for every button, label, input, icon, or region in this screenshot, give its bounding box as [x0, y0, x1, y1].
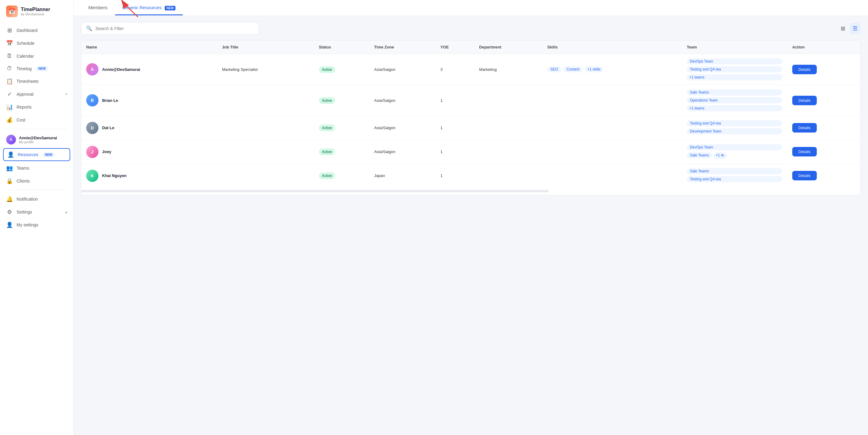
- user-profile[interactable]: A Annie@DevSamurai My profile: [0, 132, 73, 148]
- search-input-wrap[interactable]: 🔍: [81, 22, 259, 35]
- generic-resources-badge: NEW: [165, 6, 176, 10]
- approval-chevron: ▾: [65, 92, 67, 96]
- sidebar-item-teams[interactable]: 👥 Teams: [0, 162, 73, 175]
- cell-timezone-joey: Asia/Saigon: [369, 140, 436, 164]
- teams-icon: 👥: [6, 165, 13, 172]
- cell-teams-annie: DevOps Team Testing and QA tea +1 teams: [682, 54, 787, 85]
- sidebar-item-timesheets[interactable]: 📋 Timesheets: [0, 75, 73, 88]
- view-toggle: ⊞ ☰: [837, 23, 861, 34]
- col-status: Status: [314, 40, 369, 54]
- cell-jobtitle-khai: [217, 164, 314, 188]
- cell-skills-joey: [542, 140, 682, 164]
- resource-table: Name Job Title Status Time Zone YOE Depa…: [81, 40, 861, 195]
- skill-tag: SEO: [547, 66, 561, 72]
- cell-timezone-annie: Asia/Saigon: [369, 54, 436, 85]
- cell-yoe-dat: 1: [436, 116, 474, 140]
- cell-timezone-khai: Japan: [369, 164, 436, 188]
- table-row: D Dat Le Active Asia/Saigon 1: [81, 116, 860, 140]
- col-department: Department: [474, 40, 542, 54]
- col-timezone: Time Zone: [369, 40, 436, 54]
- details-button-joey[interactable]: Details: [792, 147, 817, 156]
- search-icon: 🔍: [86, 26, 92, 31]
- dashboard-icon: ⊞: [6, 27, 13, 34]
- sidebar-item-approval[interactable]: ✓ Approval ▾: [0, 88, 73, 101]
- cell-name-annie: A Annie@DevSamurai: [81, 54, 217, 85]
- sidebar-item-resources[interactable]: 👤 Resources NEW: [3, 148, 70, 161]
- sidebar-logo: 📅 TimePlanner by DevSamurai: [0, 0, 73, 22]
- cell-jobtitle-annie: Marketing Specialist: [217, 54, 314, 85]
- approval-icon: ✓: [6, 91, 13, 98]
- user-name: Annie@DevSamurai: [19, 135, 57, 140]
- cell-name-khai: K Khai Nguyen: [81, 164, 217, 188]
- cell-department-joey: [474, 140, 542, 164]
- logo-text: TimePlanner by DevSamurai: [21, 7, 50, 16]
- details-button-brian[interactable]: Details: [792, 96, 817, 105]
- sidebar-item-reports[interactable]: 📊 Reports: [0, 101, 73, 114]
- cell-timezone-brian: Asia/Saigon: [369, 85, 436, 116]
- main-area: Members Generic Resources NEW 🔍 ⊞ ☰: [73, 0, 868, 435]
- sidebar-item-calendar[interactable]: 🗓 Calendar: [0, 50, 73, 62]
- team-tag: Testing and QA tea: [687, 120, 782, 126]
- team-more: +1 teams: [687, 74, 782, 81]
- cell-action-dat: Details: [787, 116, 860, 140]
- timelog-icon: ⏱: [6, 65, 13, 72]
- tab-members[interactable]: Members: [81, 1, 115, 15]
- settings-chevron: ▴: [65, 210, 67, 214]
- sidebar-label-timelog: Timelog: [17, 66, 32, 71]
- sidebar-item-schedule[interactable]: 📅 Schedule: [0, 37, 73, 50]
- timesheets-icon: 📋: [6, 78, 13, 85]
- list-view-button[interactable]: ☰: [849, 23, 861, 34]
- cell-department-annie: Marketing: [474, 54, 542, 85]
- grid-view-button[interactable]: ⊞: [837, 23, 848, 34]
- avatar-annie: A: [86, 63, 98, 75]
- team-tag: Sale Teams: [687, 152, 712, 158]
- details-button-khai[interactable]: Details: [792, 171, 817, 180]
- sidebar: 📅 TimePlanner by DevSamurai ⊞ Dashboard …: [0, 0, 73, 435]
- team-tag: Development Team: [687, 128, 782, 134]
- horizontal-scrollbar[interactable]: [81, 190, 549, 192]
- sidebar-item-cost[interactable]: 💰 Cost: [0, 114, 73, 126]
- cell-department-brian: [474, 85, 542, 116]
- sidebar-item-clients[interactable]: 🔒 Clients: [0, 175, 73, 187]
- cell-status-khai: Active: [314, 164, 369, 188]
- sidebar-item-notification[interactable]: 🔔 Notification: [0, 193, 73, 206]
- sidebar-item-dashboard[interactable]: ⊞ Dashboard: [0, 24, 73, 37]
- resources-icon: 👤: [7, 151, 14, 158]
- cell-skills-dat: [542, 116, 682, 140]
- cell-skills-brian: [542, 85, 682, 116]
- avatar-khai: K: [86, 169, 98, 182]
- cell-timezone-dat: Asia/Saigon: [369, 116, 436, 140]
- table-header-row: Name Job Title Status Time Zone YOE Depa…: [81, 40, 860, 54]
- cell-department-khai: [474, 164, 542, 188]
- cell-action-brian: Details: [787, 85, 860, 116]
- search-input[interactable]: [95, 26, 254, 31]
- team-tag: Testing and QA tea: [687, 66, 782, 72]
- schedule-icon: 📅: [6, 40, 13, 46]
- notification-icon: 🔔: [6, 196, 13, 203]
- cell-status-annie: Active: [314, 54, 369, 85]
- col-team: Team: [682, 40, 787, 54]
- sidebar-item-timelog[interactable]: ⏱ Timelog NEW: [0, 62, 73, 75]
- cell-jobtitle-dat: [217, 116, 314, 140]
- status-badge: Active: [319, 97, 335, 104]
- details-button-dat[interactable]: Details: [792, 123, 817, 132]
- team-tag: DevOps Team: [687, 58, 782, 64]
- team-tag: Testing and QA tea: [687, 176, 782, 182]
- sidebar-label-approval: Approval: [17, 92, 33, 97]
- clients-icon: 🔒: [6, 178, 13, 184]
- cell-skills-khai: [542, 164, 682, 188]
- app-name: TimePlanner: [21, 7, 50, 12]
- details-button-annie[interactable]: Details: [792, 65, 817, 74]
- status-badge: Active: [319, 149, 335, 155]
- team-tag: DevOps Team: [687, 144, 782, 150]
- sidebar-label-settings: Settings: [17, 210, 32, 214]
- col-action: Action: [787, 40, 860, 54]
- team-tag: Sale Teams: [687, 89, 782, 95]
- team-more: +1 te: [713, 152, 726, 159]
- sidebar-item-settings[interactable]: ⚙ Settings ▴: [0, 206, 73, 218]
- calendar-icon: 🗓: [6, 53, 13, 59]
- sidebar-item-my-settings[interactable]: 👤 My settings: [0, 218, 73, 231]
- cell-yoe-joey: 1: [436, 140, 474, 164]
- cell-status-brian: Active: [314, 85, 369, 116]
- table-body: A Annie@DevSamurai Marketing Specialist …: [81, 54, 860, 188]
